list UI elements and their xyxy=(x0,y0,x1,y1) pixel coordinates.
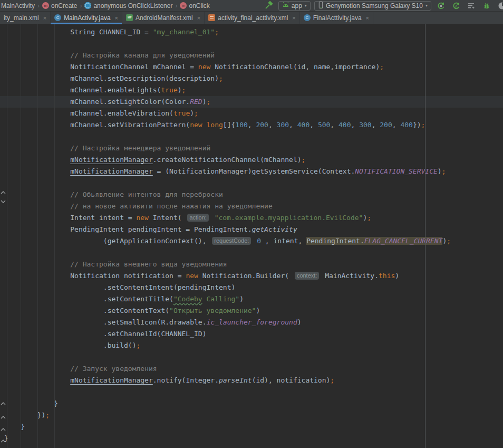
breadcrumb-separator: › xyxy=(80,2,82,9)
code-line xyxy=(4,38,503,50)
breadcrumb-item[interactable]: MainActivity xyxy=(1,2,35,9)
gutter-border xyxy=(7,24,7,448)
phone-icon xyxy=(318,1,324,11)
close-icon[interactable]: × xyxy=(197,15,200,21)
code-line: } xyxy=(4,421,503,433)
fold-marker-icon[interactable] xyxy=(1,196,6,201)
code-line: mChannel.setVibrationPattern(new long[]{… xyxy=(4,119,503,131)
code-line: mNotificationManager.createNotificationC… xyxy=(4,154,503,166)
parameter-hint: action: xyxy=(187,214,208,222)
code-line: .build(); xyxy=(4,340,503,351)
module-selector-label: app xyxy=(292,2,302,9)
close-icon[interactable]: × xyxy=(292,15,295,21)
breadcrumb-separator: › xyxy=(37,2,40,9)
code-line: mChannel.setDescription(description); xyxy=(4,73,503,84)
close-icon[interactable]: × xyxy=(115,15,118,21)
class-file-icon: C xyxy=(54,14,61,21)
toolbar-actions: app ▾ Genymotion Samsung Galaxy S10 ▾ A xyxy=(263,1,503,11)
code-line: mNotificationManager = (NotificationMana… xyxy=(4,166,503,177)
code-line: }); xyxy=(4,409,503,421)
class-file-icon: C xyxy=(304,14,311,21)
code-line: Intent intent = new Intent( action: "com… xyxy=(4,212,503,224)
code-line: (getApplicationContext(), requestCode: 0… xyxy=(4,235,503,247)
fold-marker-icon[interactable] xyxy=(1,412,6,416)
ide-window: MainActivity›monCreate›anonymous OnClick… xyxy=(0,0,503,448)
svg-text:A: A xyxy=(454,4,458,8)
code-line xyxy=(4,386,503,398)
close-icon[interactable]: × xyxy=(366,15,369,21)
code-line: mChannel.enableLights(true); xyxy=(4,84,503,96)
breadcrumb-item[interactable]: monClick xyxy=(180,2,209,9)
tab-bar: ity_main.xml×CMainActivity.java×MFAndroi… xyxy=(0,12,503,24)
code-line: // Обьявление интентов для переброски xyxy=(4,189,503,201)
tab-AndroidManifest.xml[interactable]: MFAndroidManifest.xml× xyxy=(122,12,205,24)
code-line: NotificationChannel mChannel = new Notif… xyxy=(4,61,503,73)
fold-marker-icon[interactable] xyxy=(1,398,6,403)
tab-activity_final_acttivity.xml[interactable]: activity_final_acttivity.xml× xyxy=(205,12,300,24)
code-line xyxy=(4,247,503,259)
attach-debugger-icon[interactable] xyxy=(481,1,492,11)
layout-file-icon xyxy=(208,14,215,21)
method-icon: m xyxy=(42,2,49,9)
tab-FinalActtivity.java[interactable]: CFinalActtivity.java× xyxy=(300,12,373,24)
code-line: // Запуск уведомления xyxy=(4,363,503,375)
code-line: } xyxy=(4,433,503,444)
code-line: // Настройка канала для уведомлений xyxy=(4,50,503,61)
device-selector-label: Genymotion Samsung Galaxy S10 xyxy=(326,2,423,9)
code-line: } xyxy=(4,398,503,409)
code-line: .setContentText("Открыть уведомление") xyxy=(4,305,503,317)
tab-MainActivity.java[interactable]: CMainActivity.java× xyxy=(51,12,122,24)
close-icon[interactable]: × xyxy=(43,15,46,21)
manifest-file-icon: MF xyxy=(126,14,133,21)
code-line: // на новое активити после нажатия на ув… xyxy=(4,201,503,212)
breadcrumb-separator: › xyxy=(175,2,177,9)
margin-guide xyxy=(425,24,425,448)
code-line: .setContentIntent(pendingIntent) xyxy=(4,282,503,293)
code-line xyxy=(4,177,503,189)
device-selector[interactable]: Genymotion Samsung Galaxy S10 ▾ xyxy=(314,1,431,11)
fold-marker-icon[interactable] xyxy=(1,424,6,428)
indent-guide xyxy=(37,24,38,448)
event-log-icon[interactable] xyxy=(466,1,477,11)
tab-ity_main.xml[interactable]: ity_main.xml× xyxy=(0,12,51,24)
code-line: mChannel.enableVibration(true); xyxy=(4,108,503,119)
code-line: Notification notification = new Notifica… xyxy=(4,270,503,282)
restart-activity-icon[interactable] xyxy=(435,1,447,11)
chevron-down-icon: ▾ xyxy=(425,3,428,8)
method-icon: m xyxy=(180,2,187,9)
apply-code-changes-icon[interactable]: A xyxy=(450,1,462,11)
code-line xyxy=(4,131,503,142)
code-line: String CHANNEL_ID = "my_channel_01"; xyxy=(4,26,503,38)
code-line: // Настройка менеджера уведомлений xyxy=(4,142,503,154)
chevron-down-icon: ▾ xyxy=(305,3,307,8)
code-line: .setSmallIcon(R.drawable.ic_launcher_for… xyxy=(4,317,503,328)
hammer-icon[interactable] xyxy=(263,1,275,11)
breadcrumb: MainActivity›monCreate›anonymous OnClick… xyxy=(1,2,210,9)
code-line: mNotificationManager.notify(Integer.pars… xyxy=(4,375,503,386)
class-icon xyxy=(84,2,91,9)
parameter-hint: context: xyxy=(295,272,320,280)
module-selector[interactable]: app ▾ xyxy=(278,1,311,11)
main-toolbar: MainActivity›monCreate›anonymous OnClick… xyxy=(0,0,503,12)
profiler-icon[interactable] xyxy=(496,1,503,11)
fold-marker-icon[interactable] xyxy=(1,187,6,192)
breadcrumb-item[interactable]: monCreate xyxy=(42,2,77,9)
indent-guide xyxy=(54,24,55,448)
parameter-hint: requestCode: xyxy=(212,237,251,245)
breadcrumb-item[interactable]: anonymous OnClickListener xyxy=(84,2,172,9)
code-line: PendingIntent pendingIntent = PendingInt… xyxy=(4,224,503,235)
fold-marker-icon[interactable] xyxy=(1,436,6,440)
code-editor[interactable]: String CHANNEL_ID = "my_channel_01"; // … xyxy=(0,24,503,448)
code-area: String CHANNEL_ID = "my_channel_01"; // … xyxy=(4,26,503,444)
code-line: .setChannelId(CHANNEL_ID) xyxy=(4,328,503,340)
android-icon xyxy=(282,2,289,9)
code-line: mChannel.setLightColor(Color.RED); xyxy=(4,96,503,108)
code-line: .setContentTitle("Codeby Calling") xyxy=(4,293,503,305)
code-line: // Настройка внешнего вида уведомления xyxy=(4,259,503,270)
indent-guide xyxy=(21,24,21,448)
code-line xyxy=(4,351,503,363)
